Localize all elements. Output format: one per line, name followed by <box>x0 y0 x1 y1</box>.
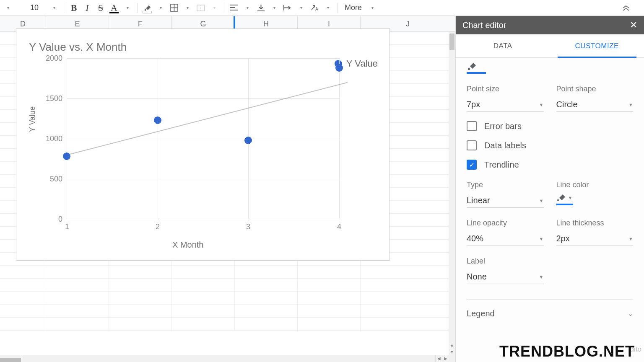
collapse-toolbar-button[interactable] <box>620 2 632 14</box>
vertical-scrollbar[interactable]: ▲ ▼ <box>449 32 455 362</box>
data-point <box>244 137 252 144</box>
separator <box>338 3 338 13</box>
rotation-icon: A <box>311 4 319 11</box>
align-bottom-icon <box>257 4 265 11</box>
error-bars-label: Error bars <box>484 122 522 131</box>
vertical-align-button[interactable] <box>254 2 267 14</box>
scroll-down-icon[interactable]: ▼ <box>449 349 455 355</box>
data-labels-label: Data labels <box>484 141 526 150</box>
scroll-left-icon[interactable]: ◀ <box>435 355 442 362</box>
checkbox-icon <box>467 121 477 131</box>
line-thickness-select[interactable]: 2px▼ <box>556 232 634 246</box>
sheet-tab-stub[interactable] <box>0 358 21 362</box>
data-point <box>63 153 70 160</box>
legend-section-label: Legend <box>467 309 495 318</box>
horizontal-align-button[interactable] <box>228 2 240 14</box>
scroll-thumb[interactable] <box>449 34 454 50</box>
merge-icon <box>197 5 205 11</box>
chart-title: Y Value vs. X Month <box>29 41 127 54</box>
point-size-label: Point size <box>467 85 544 93</box>
text-wrap-dropdown[interactable]: ▾ <box>295 2 307 14</box>
line-color-label: Line color <box>556 181 634 189</box>
borders-dropdown[interactable]: ▾ <box>181 2 194 14</box>
watermark: TRENDBLOG.NET <box>499 343 635 360</box>
close-icon[interactable]: ✕ <box>630 20 637 31</box>
data-point <box>154 116 161 124</box>
trendline <box>67 82 348 155</box>
data-labels-checkbox[interactable]: Data labels <box>467 140 633 150</box>
overflow-icon <box>283 5 292 11</box>
borders-button[interactable] <box>168 2 180 14</box>
y-axis-label: Y Value <box>28 106 37 132</box>
chevron-down-icon: ⌄ <box>628 310 633 318</box>
merge-cells-dropdown[interactable]: ▾ <box>208 2 221 14</box>
font-size-input[interactable]: 10 <box>28 3 47 13</box>
chart[interactable]: Y Value vs. X Month Y Value Y Value X Mo… <box>16 28 390 261</box>
vertical-align-dropdown[interactable]: ▾ <box>268 2 280 14</box>
chart-editor-header: Chart editor ✕ <box>456 16 644 34</box>
chevron-down-icon: ▼ <box>628 236 633 241</box>
line-opacity-select[interactable]: 40%▼ <box>467 232 544 246</box>
paint-bucket-icon <box>143 4 151 11</box>
text-wrap-button[interactable] <box>281 2 294 14</box>
chevron-down-icon: ▼ <box>628 102 633 107</box>
trendline-type-select[interactable]: Linear▼ <box>467 194 544 208</box>
more-button[interactable]: More <box>341 2 365 14</box>
scroll-up-icon[interactable]: ▲ <box>449 342 455 349</box>
chevron-down-icon: ▼ <box>568 195 573 200</box>
y-tick: 500 <box>37 175 62 184</box>
fill-color-button[interactable] <box>141 2 153 14</box>
tab-data[interactable]: DATA <box>456 34 550 57</box>
data-point <box>335 64 343 72</box>
chart-editor-title: Chart editor <box>462 21 506 30</box>
separator <box>224 3 224 13</box>
strikethrough-button[interactable]: S <box>94 2 107 14</box>
line-color-swatch <box>556 204 573 205</box>
line-opacity-label: Line opacity <box>467 219 544 228</box>
svg-text:A: A <box>315 7 318 11</box>
bold-button[interactable]: B <box>68 2 80 14</box>
text-color-button[interactable]: A <box>108 2 120 14</box>
text-color-dropdown[interactable]: ▾ <box>121 2 134 14</box>
series-color-indicator[interactable] <box>467 61 633 73</box>
font-family-dropdown[interactable]: ▾ <box>2 2 14 14</box>
x-tick: 3 <box>246 222 250 231</box>
separator <box>64 3 64 13</box>
text-rotation-button[interactable]: A <box>308 2 321 14</box>
plot-area: 2000 1500 1000 500 0 1 2 3 4 <box>67 58 339 219</box>
error-bars-checkbox[interactable]: Error bars <box>467 121 633 131</box>
font-size-dropdown[interactable]: ▾ <box>48 2 60 14</box>
scroll-right-icon[interactable]: ▶ <box>442 355 449 362</box>
toolbar: ▾ 10 ▾ B I S A ▾ ▾ ▾ ▾ ▾ ▾ ▾ A ▾ More ▾ <box>0 0 644 16</box>
tab-customize[interactable]: CUSTOMIZE <box>550 34 644 57</box>
y-tick: 1000 <box>37 134 62 143</box>
trendline-label-label: Label <box>467 257 544 266</box>
horizontal-scrollbar[interactable] <box>0 355 449 362</box>
trendline-checkbox[interactable]: ✓ Trendline <box>467 160 633 170</box>
chart-editor-panel: Chart editor ✕ DATA CUSTOMIZE Point size… <box>455 16 644 362</box>
chevron-double-up-icon <box>622 5 630 11</box>
text-rotation-dropdown[interactable]: ▾ <box>322 2 334 14</box>
more-dropdown[interactable]: ▾ <box>366 2 379 14</box>
trendline-label-select[interactable]: None▼ <box>467 270 544 284</box>
point-shape-label: Point shape <box>556 85 634 93</box>
y-tick: 0 <box>37 215 62 224</box>
point-size-select[interactable]: 7px▼ <box>467 98 544 112</box>
fill-color-dropdown[interactable]: ▾ <box>154 2 167 14</box>
horizontal-align-dropdown[interactable]: ▾ <box>241 2 254 14</box>
legend-section[interactable]: Legend ⌄ <box>467 299 633 328</box>
merge-cells-button[interactable] <box>195 2 207 14</box>
align-left-icon <box>230 5 238 11</box>
trendline-type-label: Type <box>467 181 544 189</box>
line-color-button[interactable]: ▼ <box>556 194 573 202</box>
x-axis-label: X Month <box>172 240 203 250</box>
italic-button[interactable]: I <box>81 2 93 14</box>
chevron-down-icon: ▼ <box>539 198 544 203</box>
chevron-down-icon: ▼ <box>539 102 544 107</box>
checkbox-checked-icon: ✓ <box>467 160 477 170</box>
spreadsheet-area[interactable]: D E F G H I J <box>0 16 455 362</box>
point-shape-select[interactable]: Circle▼ <box>556 98 634 112</box>
checkbox-icon <box>467 140 477 150</box>
x-tick: 2 <box>156 222 160 231</box>
separator <box>137 3 138 13</box>
